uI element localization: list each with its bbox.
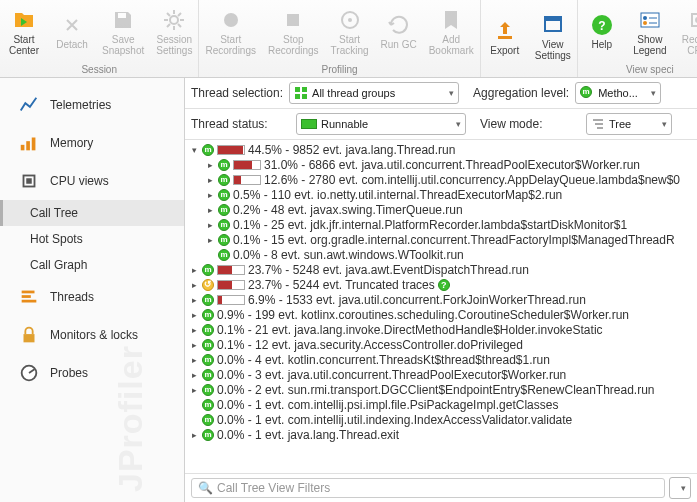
- expand-icon[interactable]: ▸: [189, 370, 199, 380]
- tree-row[interactable]: ▸0.1% - 25 evt. jdk.jfr.internal.Platfor…: [189, 217, 697, 232]
- expand-icon[interactable]: ▸: [205, 220, 215, 230]
- help-icon[interactable]: ?: [438, 279, 450, 291]
- track-icon: [338, 8, 362, 32]
- sidebar-item-telemetries[interactable]: Telemetries: [0, 86, 184, 124]
- sidebar-item-threads[interactable]: Threads: [0, 278, 184, 316]
- expand-icon[interactable]: ▸: [205, 175, 215, 185]
- sidebar-item-label: Call Graph: [30, 258, 87, 272]
- tree-row[interactable]: ▸0.0% - 1 evt. java.lang.Thread.exit: [189, 427, 697, 442]
- tree-row[interactable]: ▸6.9% - 1533 evt. java.util.concurrent.F…: [189, 292, 697, 307]
- chevron-down-icon: ▾: [651, 88, 656, 98]
- tree-row[interactable]: ▸0.0% - 3 evt. java.util.concurrent.Thre…: [189, 367, 697, 382]
- thread-selection-combo[interactable]: All thread groups ▾: [289, 82, 459, 104]
- expand-icon[interactable]: ▸: [205, 160, 215, 170]
- sidebar-item-cpu-views[interactable]: CPU views: [0, 162, 184, 200]
- tree-row[interactable]: ▸0.1% - 21 evt. java.lang.invoke.DirectM…: [189, 322, 697, 337]
- tree-row[interactable]: ▸31.0% - 6866 evt. java.util.concurrent.…: [189, 157, 697, 172]
- sidebar-item-call-graph[interactable]: Call Graph: [0, 252, 184, 278]
- vsettings-icon: [541, 13, 565, 37]
- toolbar-legend-button[interactable]: Show Legend: [626, 0, 674, 63]
- bookmark-icon: [439, 8, 463, 32]
- tree-row[interactable]: 0.0% - 8 evt. sun.awt.windows.WToolkit.r…: [189, 247, 697, 262]
- sidebar-item-probes[interactable]: Probes: [0, 354, 184, 392]
- expand-icon[interactable]: ▸: [189, 325, 199, 335]
- tree-row[interactable]: 0.0% - 1 evt. com.intellij.psi.impl.file…: [189, 397, 697, 412]
- tree-row-text: 0.1% - 21 evt. java.lang.invoke.DirectMe…: [217, 323, 603, 337]
- expand-icon[interactable]: ▸: [205, 205, 215, 215]
- expand-icon[interactable]: ▸: [189, 430, 199, 440]
- expand-icon[interactable]: ▸: [189, 340, 199, 350]
- tree-row-text: 31.0% - 6866 evt. java.util.concurrent.T…: [264, 158, 640, 172]
- expand-icon[interactable]: ▸: [205, 235, 215, 245]
- expand-icon[interactable]: ▸: [189, 280, 199, 290]
- toolbar-vsettings-button[interactable]: View Settings: [529, 0, 577, 74]
- svg-rect-11: [641, 13, 659, 27]
- main: TelemetriesMemoryCPU viewsCall TreeHot S…: [0, 78, 697, 502]
- toolbar-bookmark-button: Add Bookmark: [423, 0, 480, 63]
- tree-row[interactable]: ▸12.6% - 2780 evt. com.intellij.util.con…: [189, 172, 697, 187]
- content-pane: Thread selection: All thread groups ▾ Ag…: [185, 78, 697, 502]
- filter-input[interactable]: 🔍 Call Tree View Filters: [191, 478, 665, 498]
- chevron-down-icon: ▾: [681, 483, 686, 493]
- method-icon: [218, 159, 230, 171]
- tree-row-text: 0.5% - 110 evt. io.netty.util.internal.T…: [233, 188, 562, 202]
- aggregation-combo[interactable]: Metho... ▾: [575, 82, 661, 104]
- thread-status-combo[interactable]: Runnable ▾: [296, 113, 466, 135]
- lock-icon: [18, 324, 40, 346]
- toolbar-help-button[interactable]: ?Help: [578, 0, 626, 63]
- tree-row[interactable]: ▸23.7% - 5244 evt. Truncated traces?: [189, 277, 697, 292]
- filter-options[interactable]: ▾: [669, 477, 691, 499]
- view-mode-combo[interactable]: Tree ▾: [586, 113, 672, 135]
- thread-status-label: Thread status:: [191, 117, 290, 131]
- expand-icon[interactable]: ▸: [189, 385, 199, 395]
- call-tree[interactable]: ▾44.5% - 9852 evt. java.lang.Thread.run▸…: [185, 140, 697, 473]
- tree-row[interactable]: ▸0.1% - 15 evt. org.gradle.internal.conc…: [189, 232, 697, 247]
- method-icon: [218, 189, 230, 201]
- folder-play-icon: [12, 8, 36, 32]
- expand-icon[interactable]: ▸: [189, 355, 199, 365]
- svg-rect-19: [26, 141, 30, 150]
- sidebar-item-hot-spots[interactable]: Hot Spots: [0, 226, 184, 252]
- expand-icon[interactable]: ▸: [189, 295, 199, 305]
- expand-icon[interactable]: ▸: [205, 190, 215, 200]
- sidebar-item-call-tree[interactable]: Call Tree: [0, 200, 184, 226]
- tree-row[interactable]: ▸0.0% - 4 evt. kotlin.concurrent.Threads…: [189, 352, 697, 367]
- toolbar-btn-label: Detach: [56, 39, 88, 50]
- tree-row[interactable]: 0.0% - 1 evt. com.intellij.util.indexing…: [189, 412, 697, 427]
- expand-icon[interactable]: ▾: [189, 145, 199, 155]
- tree-row[interactable]: ▸0.0% - 2 evt. sun.rmi.transport.DGCClie…: [189, 382, 697, 397]
- toolbar-export-button[interactable]: Export: [481, 0, 529, 74]
- toolbar-folder-play-button[interactable]: Start Center: [0, 0, 48, 63]
- percent-bar: [217, 265, 245, 275]
- chevron-down-icon: ▾: [449, 88, 454, 98]
- tree-row[interactable]: ▸0.1% - 12 evt. java.security.AccessCont…: [189, 337, 697, 352]
- svg-rect-29: [295, 87, 300, 92]
- sidebar-item-memory[interactable]: Memory: [0, 124, 184, 162]
- tree-row[interactable]: ▾44.5% - 9852 evt. java.lang.Thread.run: [189, 142, 697, 157]
- sidebar-item-monitors-locks[interactable]: Monitors & locks: [0, 316, 184, 354]
- tree-row[interactable]: ▸23.7% - 5248 evt. java.awt.EventDispatc…: [189, 262, 697, 277]
- expand-icon[interactable]: ▸: [189, 310, 199, 320]
- help-icon: ?: [590, 13, 614, 37]
- aggregation-value: Metho...: [598, 87, 638, 99]
- expand-icon[interactable]: ▸: [189, 265, 199, 275]
- view-mode-label: View mode:: [480, 117, 580, 131]
- toolbar-btn-label: Start Tracking: [331, 34, 369, 56]
- method-icon: [202, 309, 214, 321]
- percent-bar: [217, 145, 245, 155]
- method-icon: [202, 354, 214, 366]
- toolbar-group-label: Session: [0, 63, 198, 77]
- filter-bar: 🔍 Call Tree View Filters ▾: [185, 473, 697, 502]
- tree-row-text: 0.1% - 15 evt. org.gradle.internal.concu…: [233, 233, 675, 247]
- sidebar-item-label: Hot Spots: [30, 232, 83, 246]
- memory-icon: [18, 132, 40, 154]
- svg-rect-30: [302, 87, 307, 92]
- svg-point-14: [643, 21, 647, 25]
- tree-row[interactable]: ▸0.9% - 199 evt. kotlinx.coroutines.sche…: [189, 307, 697, 322]
- tree-row[interactable]: ▸0.2% - 48 evt. javax.swing.TimerQueue.r…: [189, 202, 697, 217]
- tree-row[interactable]: ▸0.5% - 110 evt. io.netty.util.internal.…: [189, 187, 697, 202]
- svg-rect-3: [287, 14, 299, 26]
- svg-rect-23: [22, 291, 35, 294]
- toolbar-btn-label: Start Center: [9, 34, 39, 56]
- legend-icon: [638, 8, 662, 32]
